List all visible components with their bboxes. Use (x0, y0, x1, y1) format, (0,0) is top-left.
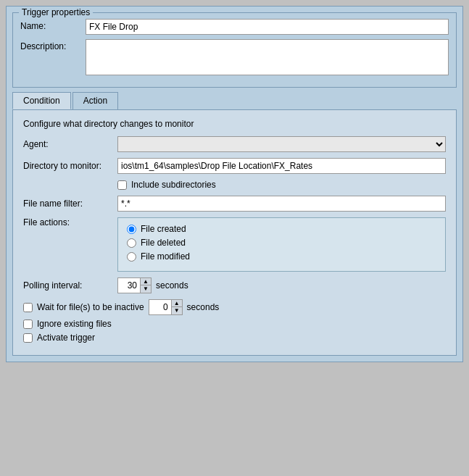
file-deleted-radio[interactable] (127, 238, 136, 248)
name-input[interactable] (86, 19, 449, 35)
wait-inactive-input[interactable] (149, 300, 171, 314)
tabs-container: Condition Action (12, 92, 457, 110)
polling-spinner: ▲ ▼ (117, 277, 152, 293)
name-label: Name: (20, 19, 86, 31)
wait-inactive-row: Wait for file(s) to be inactive ▲ ▼ seco… (23, 299, 446, 315)
agent-select[interactable] (117, 136, 446, 152)
polling-spinner-buttons: ▲ ▼ (140, 278, 151, 293)
file-name-filter-input[interactable] (117, 196, 446, 212)
bottom-checkboxes: Wait for file(s) to be inactive ▲ ▼ seco… (23, 299, 446, 343)
file-created-label: File created (141, 224, 186, 234)
trigger-properties-group: Trigger properties Name: Description: (12, 12, 457, 88)
wait-inactive-spinner-buttons: ▲ ▼ (171, 300, 182, 314)
activate-trigger-row: Activate trigger (23, 333, 446, 343)
ignore-existing-label: Ignore existing files (37, 319, 112, 329)
wait-inactive-seconds-label: seconds (187, 302, 220, 312)
file-actions-group: File created File deleted File modified (117, 217, 446, 272)
file-created-radio[interactable] (127, 225, 136, 234)
polling-down-button[interactable]: ▼ (141, 285, 151, 293)
polling-seconds-label: seconds (156, 280, 188, 291)
include-subdirs-label: Include subdirectories (131, 180, 216, 190)
tab-action[interactable]: Action (72, 92, 118, 109)
wait-inactive-checkbox[interactable] (23, 303, 33, 312)
tab-content-condition: Configure what directory changes to moni… (12, 110, 457, 356)
file-actions-row: File actions: File created File deleted … (23, 217, 446, 272)
file-actions-label: File actions: (23, 217, 117, 227)
file-created-row: File created (127, 224, 436, 234)
polling-input[interactable] (118, 278, 140, 293)
directory-label: Directory to monitor: (23, 161, 117, 171)
activate-trigger-checkbox[interactable] (23, 333, 33, 343)
section-title: Configure what directory changes to moni… (23, 119, 446, 129)
include-subdirs-row: Include subdirectories (117, 180, 446, 190)
polling-up-button[interactable]: ▲ (141, 278, 151, 285)
polling-row: Polling interval: ▲ ▼ seconds (23, 277, 446, 293)
file-modified-label: File modified (141, 251, 190, 262)
file-name-filter-row: File name filter: (23, 196, 446, 212)
file-name-filter-label: File name filter: (23, 199, 117, 209)
activate-trigger-label: Activate trigger (37, 333, 95, 343)
file-deleted-label: File deleted (141, 238, 186, 248)
directory-input[interactable] (117, 158, 446, 174)
ignore-existing-checkbox[interactable] (23, 320, 33, 329)
file-deleted-row: File deleted (127, 238, 436, 248)
trigger-properties-legend: Trigger properties (19, 7, 93, 17)
description-label: Description: (20, 39, 86, 51)
agent-row: Agent: (23, 136, 446, 152)
agent-label: Agent: (23, 139, 117, 149)
wait-inactive-up-button[interactable]: ▲ (172, 300, 182, 307)
file-modified-radio[interactable] (127, 252, 136, 262)
include-subdirs-checkbox[interactable] (117, 180, 127, 190)
tab-condition[interactable]: Condition (12, 92, 71, 109)
file-modified-row: File modified (127, 251, 436, 262)
description-input[interactable] (86, 39, 449, 75)
polling-label: Polling interval: (23, 280, 117, 291)
directory-row: Directory to monitor: (23, 158, 446, 174)
wait-inactive-down-button[interactable]: ▼ (172, 307, 182, 314)
ignore-existing-row: Ignore existing files (23, 319, 446, 329)
wait-inactive-spinner: ▲ ▼ (149, 299, 183, 315)
wait-inactive-label: Wait for file(s) to be inactive (37, 302, 144, 312)
